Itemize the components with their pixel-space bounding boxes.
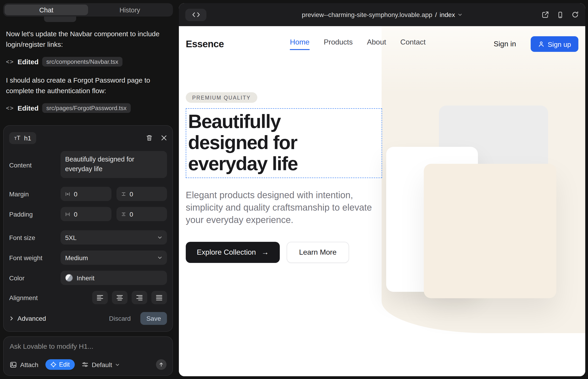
- align-center-button[interactable]: [112, 291, 127, 304]
- margin-label: Margin: [9, 190, 61, 198]
- content-field-row: Content Beautifully designed for everyda…: [9, 151, 167, 179]
- align-left-button[interactable]: [92, 291, 108, 304]
- open-in-new-tab-button[interactable]: [542, 11, 549, 18]
- chevron-down-icon[interactable]: [458, 12, 462, 17]
- content-textarea[interactable]: Beautifully designed for everyday life: [65, 155, 162, 174]
- nav-link-contact[interactable]: Contact: [401, 38, 426, 50]
- sign-in-button[interactable]: Sign in: [491, 39, 519, 49]
- hero-heading[interactable]: Beautifully designed for everyday life: [188, 111, 382, 174]
- margin-field-row: Margin: [9, 187, 167, 201]
- mobile-preview-button[interactable]: [557, 11, 564, 18]
- edit-mode-button[interactable]: Edit: [45, 359, 75, 370]
- site-logo[interactable]: Essence: [186, 39, 224, 49]
- editor-header: TT h1: [9, 131, 167, 144]
- clipped-chip: [44, 16, 76, 22]
- edited-file-row: <> Edited src/components/Navbar.tsx: [6, 57, 171, 66]
- vertical-spacing-icon: [121, 191, 126, 197]
- code-icon: <>: [6, 105, 14, 111]
- nav-auth: Sign in Sign up: [491, 36, 578, 52]
- nav-link-products[interactable]: Products: [324, 38, 353, 50]
- align-right-icon: [136, 294, 143, 301]
- preview-window: preview--charming-site-symphony.lovable.…: [179, 3, 585, 376]
- padding-y-input[interactable]: [130, 210, 162, 218]
- element-tag-label: h1: [24, 134, 31, 142]
- composer-controls: Attach Edit Default: [10, 359, 167, 370]
- font-weight-select[interactable]: Medium: [61, 251, 167, 265]
- chat-input[interactable]: [10, 342, 167, 350]
- attach-button[interactable]: Attach: [10, 361, 38, 368]
- nav-link-about[interactable]: About: [367, 38, 386, 50]
- alignment-label: Alignment: [9, 294, 61, 301]
- color-swatch-icon: [65, 274, 73, 282]
- refresh-icon: [572, 11, 579, 18]
- selected-element-outline[interactable]: Beautifully designed for everyday life: [186, 108, 382, 178]
- code-view-toggle[interactable]: [185, 8, 206, 21]
- refresh-button[interactable]: [572, 11, 579, 18]
- color-field-row: Color Inherit: [9, 271, 167, 285]
- advanced-toggle[interactable]: Advanced: [9, 315, 46, 322]
- arrow-up-icon: [159, 362, 164, 367]
- preview-toolbar: preview--charming-site-symphony.lovable.…: [179, 3, 585, 26]
- chevron-down-icon: [157, 255, 162, 260]
- align-left-icon: [96, 294, 104, 301]
- chevron-down-icon: [157, 235, 162, 240]
- learn-more-button[interactable]: Learn More: [287, 242, 349, 263]
- chevron-down-icon: [115, 362, 120, 367]
- margin-x-input[interactable]: [74, 190, 107, 198]
- padding-x-input[interactable]: [74, 210, 107, 218]
- site-preview: Essence Home Products About Contact Sign…: [179, 26, 585, 376]
- align-right-button[interactable]: [132, 291, 147, 304]
- url-separator: /: [435, 11, 437, 18]
- chat-tabs: Chat History: [3, 3, 173, 16]
- mobile-device-icon: [557, 11, 564, 18]
- discard-button[interactable]: Discard: [106, 314, 134, 323]
- preview-url[interactable]: preview--charming-site-symphony.lovable.…: [302, 11, 432, 18]
- user-icon: [538, 41, 544, 47]
- chat-message: Now let's update the Navbar component to…: [6, 29, 161, 49]
- element-tag-chip[interactable]: TT h1: [9, 132, 36, 144]
- editor-footer: Advanced Discard Save: [9, 312, 167, 325]
- tab-chat[interactable]: Chat: [5, 5, 88, 15]
- send-button[interactable]: [156, 359, 167, 370]
- image-attach-icon: [10, 361, 17, 368]
- align-justify-button[interactable]: [151, 291, 167, 304]
- chat-message: I should also create a Forgot Password p…: [6, 75, 161, 96]
- element-editor-panel: TT h1 Content Beautifully designed for: [3, 125, 173, 332]
- padding-field-row: Padding: [9, 207, 167, 221]
- nav-link-home[interactable]: Home: [290, 38, 309, 50]
- font-size-label: Font size: [9, 234, 61, 241]
- target-icon: [50, 362, 56, 367]
- delete-element-button[interactable]: [146, 134, 153, 141]
- color-select[interactable]: Inherit: [61, 271, 167, 285]
- sliders-icon: [82, 361, 89, 368]
- chat-panel: Chat History Now let's update the Navbar…: [0, 0, 176, 379]
- close-editor-button[interactable]: [161, 135, 167, 141]
- font-weight-field-row: Font weight Medium: [9, 251, 167, 265]
- save-button[interactable]: Save: [140, 312, 167, 325]
- arrow-right-icon: →: [262, 248, 269, 256]
- model-default-selector[interactable]: Default: [82, 361, 120, 368]
- hero-cta-row: Explore Collection → Learn More: [186, 242, 578, 263]
- font-size-select[interactable]: 5XL: [61, 230, 167, 245]
- sign-up-button[interactable]: Sign up: [531, 36, 578, 52]
- explore-collection-button[interactable]: Explore Collection →: [186, 242, 280, 263]
- align-center-icon: [116, 294, 123, 301]
- preview-path[interactable]: index: [440, 11, 455, 18]
- edited-file-row: <> Edited src/pages/ForgotPassword.tsx: [6, 103, 171, 113]
- horizontal-padding-icon: [65, 211, 70, 217]
- close-icon: [161, 135, 167, 141]
- horizontal-spacing-icon: [65, 191, 70, 197]
- tab-history[interactable]: History: [88, 5, 171, 15]
- chevron-right-icon: [9, 316, 14, 321]
- hero-badge: PREMIUM QUALITY: [186, 92, 257, 103]
- file-chip[interactable]: src/pages/ForgotPassword.tsx: [42, 103, 131, 113]
- padding-label: Padding: [9, 210, 61, 218]
- edited-label: Edited: [17, 58, 39, 66]
- file-chip[interactable]: src/components/Navbar.tsx: [42, 57, 123, 66]
- font-size-field-row: Font size 5XL: [9, 230, 167, 245]
- external-link-icon: [542, 11, 549, 18]
- code-icon: [192, 12, 200, 17]
- trash-icon: [146, 134, 153, 141]
- margin-y-input[interactable]: [130, 190, 162, 198]
- alignment-field-row: Alignment: [9, 291, 167, 304]
